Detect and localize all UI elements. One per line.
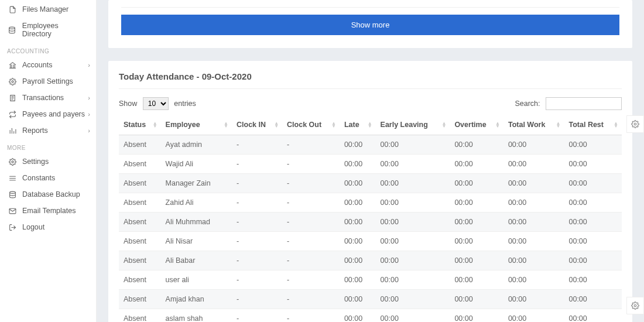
sidebar-item-email-templates[interactable]: Email Templates <box>0 203 96 219</box>
cell-employee: Amjad khan <box>161 290 232 309</box>
table-row: AbsentAli Babar--00:0000:0000:0000:0000:… <box>119 251 622 270</box>
column-header-employee[interactable]: Employee▲▼ <box>161 115 232 135</box>
svg-point-18 <box>634 304 636 307</box>
cell-overtime: 00:00 <box>450 290 503 309</box>
column-header-overtime[interactable]: Overtime▲▼ <box>450 115 503 135</box>
sidebar-item-constants[interactable]: Constants <box>0 170 96 186</box>
sidebar-item-label: Reports <box>22 126 48 135</box>
chevron-right-icon: › <box>88 94 90 101</box>
cell-employee: Ali Nisar <box>161 232 232 251</box>
chevron-right-icon: › <box>88 127 90 134</box>
table-row: AbsentAmjad khan--00:0000:0000:0000:0000… <box>119 290 622 309</box>
show-label: Show <box>119 100 137 108</box>
sort-icon: ▲▼ <box>441 122 446 128</box>
cell-employee: Wajid Ali <box>161 155 232 174</box>
sidebar-item-employees-directory[interactable]: Employees Directory <box>0 18 96 42</box>
sort-icon: ▲▼ <box>495 122 500 128</box>
sidebar-item-label: Files Manager <box>22 5 68 13</box>
sidebar-item-accounts[interactable]: Accounts› <box>0 57 96 73</box>
gear-icon <box>631 120 639 128</box>
cell-overtime: 00:00 <box>450 232 503 251</box>
sidebar-section-more: MORE <box>0 139 96 153</box>
sidebar-section-accounting: ACCOUNTING <box>0 42 96 57</box>
cell-early: 00:00 <box>376 251 450 270</box>
main-content: Show more Today Attendance - 09-Oct-2020… <box>97 0 644 322</box>
cell-clock_in: - <box>232 251 282 270</box>
cell-late: 00:00 <box>340 155 376 174</box>
column-header-clock-out[interactable]: Clock Out▲▼ <box>282 115 340 135</box>
svg-point-17 <box>634 123 636 125</box>
sidebar-item-logout[interactable]: Logout <box>0 219 96 235</box>
cell-early: 00:00 <box>376 290 450 309</box>
column-header-status[interactable]: Status▲▼ <box>119 115 161 135</box>
sidebar-item-settings[interactable]: Settings <box>0 153 96 170</box>
cell-late: 00:00 <box>340 193 376 213</box>
column-label: Clock IN <box>237 121 266 129</box>
sidebar-item-payees-and-payers[interactable]: Payees and payers› <box>0 106 96 122</box>
cell-late: 00:00 <box>340 135 376 155</box>
cell-clock_in: - <box>232 155 282 174</box>
sidebar-item-database-backup[interactable]: Database Backup <box>0 186 96 203</box>
column-header-clock-in[interactable]: Clock IN▲▼ <box>232 115 282 135</box>
table-row: AbsentAyat admin--00:0000:0000:0000:0000… <box>119 135 622 155</box>
svg-point-1 <box>11 80 13 82</box>
table-row: AbsentAli Muhmmad--00:0000:0000:0000:000… <box>119 213 622 232</box>
svg-point-10 <box>11 160 13 162</box>
svg-point-14 <box>9 191 15 193</box>
show-more-button[interactable]: Show more <box>121 15 619 35</box>
entries-control: Show 10 entries <box>119 97 196 110</box>
cell-total_work: 00:00 <box>503 155 564 174</box>
cell-total_work: 00:00 <box>503 193 564 213</box>
sidebar-item-payroll-settings[interactable]: Payroll Settings <box>0 73 96 90</box>
receipt-icon <box>7 94 18 102</box>
cell-total_work: 00:00 <box>503 213 564 232</box>
svg-point-0 <box>9 27 15 29</box>
chevron-right-icon: › <box>88 111 90 118</box>
column-header-late[interactable]: Late▲▼ <box>340 115 376 135</box>
table-row: AbsentZahid Ali--00:0000:0000:0000:0000:… <box>119 193 622 213</box>
sidebar-item-transactions[interactable]: Transactions› <box>0 90 96 106</box>
cell-status: Absent <box>119 251 161 270</box>
column-header-total-rest[interactable]: Total Rest▲▼ <box>564 115 622 135</box>
cell-overtime: 00:00 <box>450 309 503 323</box>
column-label: Late <box>344 121 359 129</box>
cell-late: 00:00 <box>340 309 376 323</box>
cell-total_rest: 00:00 <box>564 270 622 290</box>
cell-clock_in: - <box>232 213 282 232</box>
column-label: Total Rest <box>568 121 604 129</box>
gear-icon <box>631 302 639 310</box>
cell-status: Absent <box>119 174 161 193</box>
settings-gear-button-2[interactable] <box>626 297 644 314</box>
column-label: Employee <box>166 121 200 129</box>
sidebar-item-files-manager[interactable]: Files Manager <box>0 1 96 18</box>
cell-late: 00:00 <box>340 251 376 270</box>
cell-clock_out: - <box>282 232 340 251</box>
page-size-select[interactable]: 10 <box>143 97 169 110</box>
entries-label: entries <box>174 100 196 108</box>
attendance-panel: Today Attendance - 09-Oct-2020 Show 10 e… <box>108 61 632 322</box>
divider <box>121 7 619 8</box>
cell-late: 00:00 <box>340 174 376 193</box>
cell-overtime: 00:00 <box>450 213 503 232</box>
cell-overtime: 00:00 <box>450 135 503 155</box>
column-label: Status <box>124 121 146 129</box>
cell-late: 00:00 <box>340 290 376 309</box>
cell-clock_in: - <box>232 290 282 309</box>
search-label: Search: <box>515 100 540 108</box>
sidebar-item-label: Settings <box>22 157 49 166</box>
chevron-right-icon: › <box>88 61 90 68</box>
cell-early: 00:00 <box>376 213 450 232</box>
cell-total_rest: 00:00 <box>564 174 622 193</box>
file-icon <box>7 6 18 13</box>
sidebar-item-reports[interactable]: Reports› <box>0 122 96 139</box>
search-input[interactable] <box>546 97 622 110</box>
table-row: AbsentAli Nisar--00:0000:0000:0000:0000:… <box>119 232 622 251</box>
cell-clock_in: - <box>232 309 282 323</box>
sidebar: Files ManagerEmployees Directory ACCOUNT… <box>0 0 97 322</box>
column-header-early-leaving[interactable]: Early Leaving▲▼ <box>376 115 450 135</box>
settings-gear-button[interactable] <box>626 115 644 133</box>
cell-early: 00:00 <box>376 174 450 193</box>
panel-title: Today Attendance - 09-Oct-2020 <box>119 71 622 89</box>
column-header-total-work[interactable]: Total Work▲▼ <box>503 115 564 135</box>
cell-total_rest: 00:00 <box>564 213 622 232</box>
